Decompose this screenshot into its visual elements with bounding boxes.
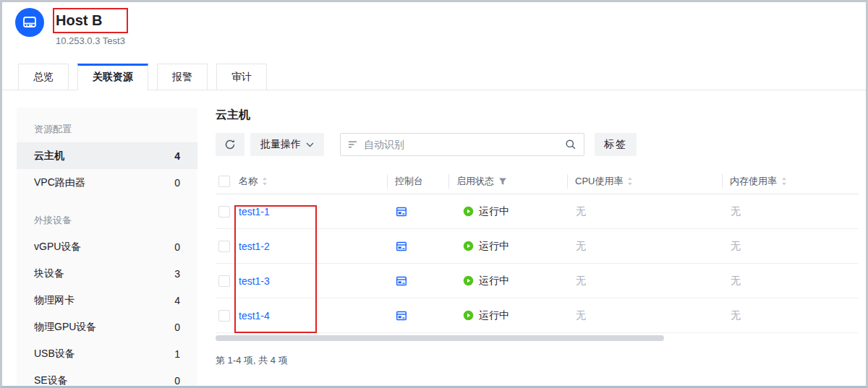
sidebar-item-usb[interactable]: USB设备 1 bbox=[17, 340, 197, 367]
sidebar-item-se[interactable]: SE设备 0 bbox=[17, 367, 197, 388]
sidebar-item-count: 4 bbox=[174, 295, 180, 306]
sidebar-item-count: 4 bbox=[174, 150, 180, 162]
horizontal-scrollbar[interactable] bbox=[216, 335, 664, 341]
memory-cell: 无 bbox=[722, 275, 859, 288]
host-head-text: Host B 10.253.0.3 Test3 bbox=[56, 8, 125, 64]
sidebar-item-count: 0 bbox=[174, 241, 180, 253]
cpu-cell: 无 bbox=[567, 309, 722, 322]
host-drive-icon bbox=[21, 14, 38, 31]
table-row: test1-3 运行中 bbox=[216, 264, 859, 298]
sidebar-item-label: SE设备 bbox=[34, 374, 68, 387]
column-label: CPU使用率 bbox=[575, 175, 623, 188]
host-avatar bbox=[15, 8, 44, 37]
sidebar-item-label: vGPU设备 bbox=[34, 241, 81, 254]
sidebar-item-vpc-router[interactable]: VPC路由器 0 bbox=[17, 169, 197, 196]
sidebar-item-block-device[interactable]: 块设备 3 bbox=[17, 260, 197, 287]
column-header-console: 控制台 bbox=[387, 174, 448, 189]
bulk-action-button[interactable]: 批量操作 bbox=[250, 133, 324, 156]
vm-name-link[interactable]: test1-3 bbox=[239, 275, 270, 287]
console-button[interactable] bbox=[396, 241, 407, 252]
running-status-icon bbox=[463, 275, 474, 286]
name-cell: test1-4 bbox=[239, 310, 387, 322]
sidebar-section-external-devices: 外接设备 bbox=[17, 207, 197, 233]
row-checkbox[interactable] bbox=[218, 275, 230, 287]
search-icon[interactable] bbox=[565, 139, 576, 150]
row-checkbox-cell bbox=[216, 241, 239, 252]
console-cell bbox=[387, 206, 448, 217]
tab-overview[interactable]: 总览 bbox=[18, 64, 69, 90]
tab-alerts[interactable]: 报警 bbox=[157, 64, 208, 90]
page-header: Host B 10.253.0.3 Test3 bbox=[2, 2, 866, 64]
sort-icon[interactable] bbox=[781, 177, 787, 186]
state-cell: 运行中 bbox=[448, 240, 567, 253]
row-checkbox[interactable] bbox=[218, 310, 230, 322]
console-button[interactable] bbox=[396, 310, 407, 322]
sidebar-section-resource-config: 资源配置 bbox=[17, 116, 197, 142]
filter-lines-icon bbox=[348, 140, 358, 149]
running-status-icon bbox=[463, 206, 474, 217]
memory-cell: 无 bbox=[722, 309, 859, 322]
state-label: 运行中 bbox=[479, 205, 509, 218]
filter-funnel-icon[interactable] bbox=[498, 177, 507, 186]
column-header-state[interactable]: 启用状态 bbox=[448, 174, 567, 189]
column-header-cpu[interactable]: CPU使用率 bbox=[567, 174, 722, 189]
chevron-down-icon bbox=[306, 142, 314, 147]
state-label: 运行中 bbox=[479, 309, 509, 322]
content-title: 云主机 bbox=[216, 108, 859, 123]
host-ip-cluster: 10.253.0.3 Test3 bbox=[56, 35, 125, 46]
search-input[interactable] bbox=[364, 139, 565, 150]
memory-cell: 无 bbox=[722, 240, 859, 253]
name-cell: test1-3 bbox=[239, 275, 387, 287]
sidebar-item-physical-nic[interactable]: 物理网卡 4 bbox=[17, 287, 197, 314]
header-checkbox-cell bbox=[216, 176, 239, 187]
row-checkbox[interactable] bbox=[218, 241, 230, 252]
console-button[interactable] bbox=[396, 275, 407, 287]
name-cell: test1-2 bbox=[239, 241, 387, 252]
console-icon bbox=[396, 206, 407, 217]
sidebar-item-label: 物理GPU设备 bbox=[34, 321, 96, 334]
state-cell: 运行中 bbox=[448, 275, 567, 288]
row-checkbox[interactable] bbox=[218, 206, 230, 217]
sidebar-item-vm[interactable]: 云主机 4 bbox=[17, 142, 197, 169]
sidebar-item-count: 0 bbox=[174, 322, 180, 333]
refresh-button[interactable] bbox=[216, 133, 244, 156]
table-header-row: 名称 控制台 启用状态 CPU使用率 bbox=[216, 168, 859, 194]
tab-related-resources[interactable]: 关联资源 bbox=[77, 64, 148, 90]
sidebar-item-physical-gpu[interactable]: 物理GPU设备 0 bbox=[17, 314, 197, 340]
body-row: 资源配置 云主机 4 VPC路由器 0 外接设备 vGPU设备 0 块设备 3 … bbox=[2, 90, 866, 388]
sidebar-item-label: VPC路由器 bbox=[34, 176, 85, 189]
state-cell: 运行中 bbox=[448, 309, 567, 322]
sidebar-item-label: 云主机 bbox=[34, 150, 64, 163]
column-label: 名称 bbox=[239, 175, 258, 188]
select-all-checkbox[interactable] bbox=[218, 176, 230, 187]
vm-name-link[interactable]: test1-2 bbox=[239, 241, 270, 252]
running-status-icon bbox=[463, 310, 474, 321]
sidebar-item-count: 1 bbox=[174, 348, 180, 360]
sidebar-item-count: 3 bbox=[174, 268, 180, 280]
column-label: 控制台 bbox=[395, 175, 423, 188]
state-cell: 运行中 bbox=[448, 205, 567, 218]
tag-button[interactable]: 标签 bbox=[595, 133, 637, 156]
console-cell bbox=[387, 310, 448, 322]
row-checkbox-cell bbox=[216, 206, 239, 217]
name-cell: test1-1 bbox=[239, 206, 387, 217]
sort-icon[interactable] bbox=[262, 177, 268, 186]
vm-name-link[interactable]: test1-1 bbox=[239, 206, 270, 217]
bulk-action-label: 批量操作 bbox=[260, 138, 301, 151]
sidebar-item-vgpu[interactable]: vGPU设备 0 bbox=[17, 233, 197, 260]
cpu-cell: 无 bbox=[567, 275, 722, 288]
tab-audit[interactable]: 审计 bbox=[216, 64, 267, 90]
column-label: 内存使用率 bbox=[730, 175, 777, 188]
table-row: test1-4 运行中 bbox=[216, 298, 859, 333]
column-header-name[interactable]: 名称 bbox=[239, 174, 387, 189]
state-label: 运行中 bbox=[479, 240, 509, 253]
console-button[interactable] bbox=[396, 206, 407, 217]
toolbar: 批量操作 标签 bbox=[216, 133, 859, 156]
console-icon bbox=[396, 310, 407, 322]
console-icon bbox=[396, 241, 407, 252]
vm-name-link[interactable]: test1-4 bbox=[239, 310, 270, 322]
sort-icon[interactable] bbox=[627, 177, 633, 186]
console-icon bbox=[396, 275, 407, 287]
column-header-memory[interactable]: 内存使用率 bbox=[722, 174, 859, 189]
row-checkbox-cell bbox=[216, 310, 239, 322]
